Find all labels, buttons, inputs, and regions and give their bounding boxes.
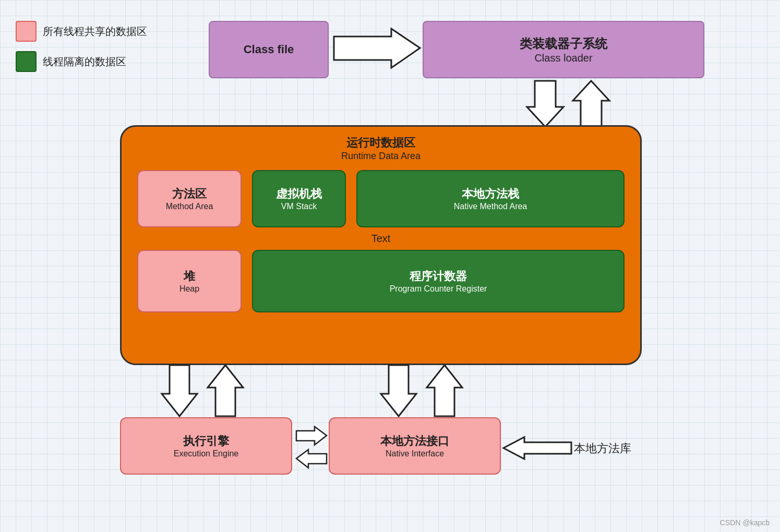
svg-marker-2: [573, 81, 609, 127]
svg-marker-5: [381, 365, 416, 416]
svg-marker-9: [503, 437, 571, 459]
native-method-area-box: 本地方法栈 Native Method Area: [356, 170, 625, 227]
svg-marker-4: [208, 365, 243, 416]
vm-stack-en: VM Stack: [281, 202, 317, 211]
runtime-row1: 方法区 Method Area 虚拟机栈 VM Stack 本地方法栈 Nati…: [137, 170, 625, 227]
vm-stack-zh: 虚拟机栈: [276, 186, 322, 202]
watermark: CSDN @kapcb: [720, 518, 770, 527]
class-file-box: Class file: [209, 21, 329, 78]
native-interface-en: Native Interface: [386, 449, 444, 458]
legend-isolated: 线程隔离的数据区: [16, 51, 147, 72]
native-interface-zh: 本地方法接口: [380, 433, 449, 449]
arrow-down-from-classloader: [527, 81, 563, 127]
arrow-up-to-classloader: [573, 81, 609, 127]
shared-color-box: [16, 21, 37, 42]
execution-engine-zh: 执行引擎: [183, 433, 229, 449]
native-method-area-en: Native Method Area: [454, 202, 527, 211]
class-file-label: Class file: [244, 43, 294, 56]
vm-stack-box: 虚拟机栈 VM Stack: [252, 170, 346, 227]
method-area-zh: 方法区: [172, 186, 207, 202]
svg-marker-6: [427, 365, 462, 416]
heap-box: 堆 Heap: [137, 250, 242, 312]
svg-marker-1: [527, 81, 563, 127]
program-counter-en: Program Counter Register: [390, 284, 487, 294]
class-loader-box: 类装载器子系统 Class loader: [423, 21, 704, 78]
heap-zh: 堆: [184, 269, 195, 284]
svg-marker-8: [296, 450, 327, 468]
diagram: 所有线程共享的数据区 线程隔离的数据区 Class file 类装载器子系统 C…: [0, 0, 780, 532]
runtime-title: 运行时数据区 Runtime Data Area: [122, 135, 640, 162]
svg-marker-3: [162, 365, 197, 416]
arrow-up-from-execution: [208, 365, 243, 416]
shared-label: 所有线程共享的数据区: [43, 25, 147, 39]
arrow-down-to-execution: [162, 365, 197, 416]
native-library-label: 本地方法库: [574, 441, 631, 456]
method-area-box: 方法区 Method Area: [137, 170, 242, 227]
runtime-zh: 运行时数据区: [122, 135, 640, 151]
native-method-area-zh: 本地方法栈: [462, 186, 519, 202]
runtime-area: 运行时数据区 Runtime Data Area 方法区 Method Area…: [120, 125, 642, 365]
arrow-down-to-native: [381, 365, 416, 416]
arrow-up-from-native: [427, 365, 462, 416]
arrow-to-classloader: [334, 29, 420, 68]
heap-en: Heap: [179, 284, 199, 294]
isolated-color-box: [16, 51, 37, 72]
method-area-en: Method Area: [166, 202, 213, 211]
legend: 所有线程共享的数据区 线程隔离的数据区: [16, 21, 147, 81]
isolated-label: 线程隔离的数据区: [43, 55, 126, 69]
execution-engine-en: Execution Engine: [174, 449, 239, 458]
program-counter-box: 程序计数器 Program Counter Register: [252, 250, 625, 312]
svg-marker-7: [296, 427, 327, 445]
native-interface-box: 本地方法接口 Native Interface: [329, 417, 501, 475]
execution-engine-box: 执行引擎 Execution Engine: [120, 417, 292, 475]
runtime-en: Runtime Data Area: [122, 151, 640, 162]
arrow-right-to-native: [296, 427, 327, 445]
svg-marker-0: [334, 29, 420, 68]
runtime-row2: 堆 Heap 程序计数器 Program Counter Register: [137, 250, 625, 312]
program-counter-zh: 程序计数器: [410, 269, 467, 284]
text-label: Text: [137, 233, 625, 245]
class-loader-zh: 类装载器子系统: [520, 35, 607, 52]
arrow-from-native-lib: [503, 437, 571, 459]
class-loader-en: Class loader: [534, 52, 592, 64]
legend-shared: 所有线程共享的数据区: [16, 21, 147, 42]
arrow-left-to-execution: [296, 450, 327, 468]
